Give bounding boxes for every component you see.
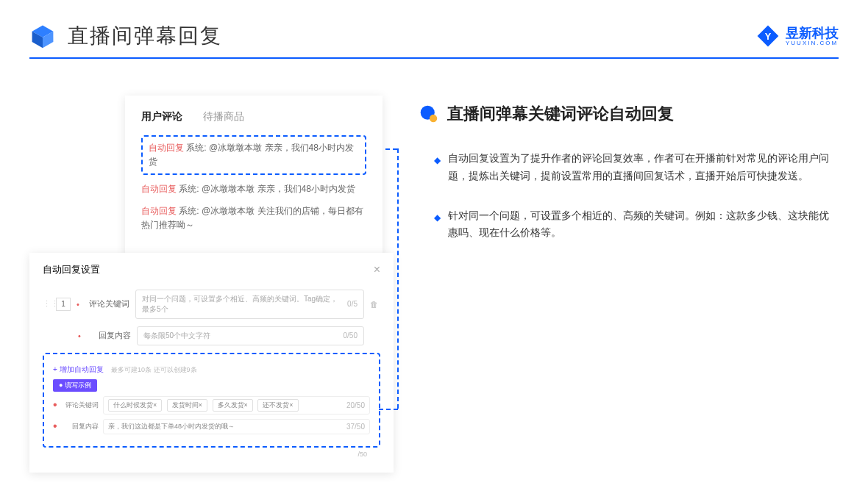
auto-reply-label: 自动回复 bbox=[149, 143, 184, 153]
cube-icon bbox=[29, 23, 56, 49]
brand-logo: Y 昱新科技 YUUXIN.COM bbox=[756, 24, 839, 48]
svg-point-6 bbox=[430, 115, 437, 122]
bullet-text: 自动回复设置为了提升作者的评论回复效率，作者可在开播前针对常见的评论用户问题，提… bbox=[448, 150, 839, 185]
keyword-row: ⋮⋮ 1 • 评论关键词 对同一个问题，可设置多个相近、高频的关键词。Tag确定… bbox=[43, 290, 380, 319]
header-divider bbox=[29, 57, 839, 59]
tabs: 用户评论 待播商品 bbox=[141, 110, 366, 123]
add-auto-reply-link[interactable]: + 增加自动回复 bbox=[53, 365, 104, 373]
diamond-icon: ◆ bbox=[434, 210, 441, 243]
keyword-placeholder: 对同一个问题，可设置多个相近、高频的关键词。Tag确定，最多5个 bbox=[142, 294, 343, 315]
brand-name: 昱新科技 bbox=[786, 26, 839, 40]
modal-header: 自动回复设置 × bbox=[43, 263, 380, 276]
bullet-item: ◆ 自动回复设置为了提升作者的评论回复效率，作者可在开播前针对常见的评论用户问题… bbox=[434, 150, 839, 185]
ex-ct-counter: 37/50 bbox=[346, 423, 365, 431]
drag-handle-icon[interactable]: ⋮⋮ bbox=[43, 299, 50, 309]
required-dot: • bbox=[78, 331, 84, 340]
brand-sub: YUUXIN.COM bbox=[786, 40, 839, 46]
required-dot: • bbox=[53, 398, 59, 412]
ex-content-input: 亲，我们这边都是下单48小时内发货的哦～ 37/50 bbox=[103, 419, 370, 434]
content-area: 用户评论 待播商品 自动回复 系统: @冰墩墩本墩 亲亲，我们48小时内发货 自… bbox=[0, 73, 868, 473]
required-dot: • bbox=[77, 300, 82, 309]
content-input[interactable]: 每条限50个中文字符 0/50 bbox=[137, 326, 364, 345]
connector-line bbox=[379, 409, 398, 410]
content-row: • 回复内容 每条限50个中文字符 0/50 bbox=[43, 326, 380, 345]
section-title: 直播间弹幕关键词评论自动回复 bbox=[447, 103, 674, 125]
header-left: 直播间弹幕回复 bbox=[29, 22, 222, 50]
brand-icon: Y bbox=[756, 24, 780, 48]
comment-row: 自动回复 系统: @冰墩墩本墩 亲亲，我们48小时内发货 bbox=[149, 141, 359, 169]
diamond-icon: ◆ bbox=[434, 153, 441, 185]
bullet-text: 针对同一个问题，可设置多个相近的、高频的关键词。例如：这款多少钱、这块能优惠吗、… bbox=[448, 207, 839, 243]
required-dot: • bbox=[53, 420, 59, 433]
tab-user-comments[interactable]: 用户评论 bbox=[141, 110, 182, 123]
bullet-item: ◆ 针对同一个问题，可设置多个相近的、高频的关键词。例如：这款多少钱、这块能优惠… bbox=[434, 207, 839, 243]
content-counter: 0/50 bbox=[344, 331, 357, 340]
tag: 什么时候发货× bbox=[108, 399, 162, 412]
connector-line bbox=[385, 148, 397, 150]
content-label: 回复内容 bbox=[90, 330, 131, 341]
highlighted-comment: 自动回复 系统: @冰墩墩本墩 亲亲，我们48小时内发货 bbox=[141, 135, 366, 175]
svg-text:Y: Y bbox=[765, 31, 772, 42]
tag: 发货时间× bbox=[167, 399, 207, 412]
comment-text: 系统: @冰墩墩本墩 亲亲，我们48小时内发货 bbox=[177, 184, 355, 194]
example-block: + 增加自动回复 最多可建10条 还可以创建9条 ● 填写示例 • 评论关键词 … bbox=[43, 353, 380, 448]
section-title-row: 直播间弹幕关键词评论自动回复 bbox=[419, 103, 839, 125]
ex-content-label: 回复内容 bbox=[63, 422, 99, 431]
index-box: 1 bbox=[56, 298, 71, 311]
example-badge: ● 填写示例 bbox=[53, 379, 97, 392]
settings-modal: 自动回复设置 × ⋮⋮ 1 • 评论关键词 对同一个问题，可设置多个相近、高频的… bbox=[29, 253, 394, 473]
keyword-label: 评论关键词 bbox=[88, 298, 129, 309]
ex-content-text: 亲，我们这边都是下单48小时内发货的哦～ bbox=[108, 422, 235, 431]
tab-pending-products[interactable]: 待播商品 bbox=[203, 110, 244, 123]
trail-counter: /50 bbox=[43, 451, 380, 458]
ex-keyword-label: 评论关键词 bbox=[63, 401, 99, 410]
example-keyword-row: • 评论关键词 什么时候发货× 发货时间× 多久发货× 还不发货× 20/50 bbox=[53, 396, 370, 415]
modal-title: 自动回复设置 bbox=[43, 263, 100, 276]
connector-line bbox=[397, 148, 399, 409]
page-header: 直播间弹幕回复 Y 昱新科技 YUUXIN.COM bbox=[0, 0, 868, 57]
comment-row: 自动回复 系统: @冰墩墩本墩 关注我们的店铺，每日都有热门推荐呦～ bbox=[141, 204, 366, 232]
tag: 还不发货× bbox=[257, 399, 298, 412]
comment-row: 自动回复 系统: @冰墩墩本墩 亲亲，我们48小时内发货 bbox=[141, 182, 366, 196]
ex-kw-counter: 20/50 bbox=[346, 401, 365, 409]
auto-reply-label: 自动回复 bbox=[141, 184, 177, 194]
left-column: 用户评论 待播商品 自动回复 系统: @冰墩墩本墩 亲亲，我们48小时内发货 自… bbox=[29, 96, 397, 473]
comments-card: 用户评论 待播商品 自动回复 系统: @冰墩墩本墩 亲亲，我们48小时内发货 自… bbox=[125, 96, 383, 257]
close-icon[interactable]: × bbox=[374, 263, 380, 276]
example-content-row: • 回复内容 亲，我们这边都是下单48小时内发货的哦～ 37/50 bbox=[53, 419, 370, 434]
add-hint: 最多可建10条 还可以创建9条 bbox=[111, 366, 197, 373]
chat-bubble-icon bbox=[419, 104, 438, 123]
trash-icon[interactable]: 🗑 bbox=[370, 300, 380, 309]
keyword-counter: 0/5 bbox=[347, 300, 357, 308]
right-column: 直播间弹幕关键词评论自动回复 ◆ 自动回复设置为了提升作者的评论回复效率，作者可… bbox=[419, 96, 839, 473]
bullet-list: ◆ 自动回复设置为了提升作者的评论回复效率，作者可在开播前针对常见的评论用户问题… bbox=[419, 143, 839, 242]
content-placeholder: 每条限50个中文字符 bbox=[143, 331, 210, 341]
keyword-input[interactable]: 对同一个问题，可设置多个相近、高频的关键词。Tag确定，最多5个 0/5 bbox=[135, 290, 364, 319]
modal-body: ⋮⋮ 1 • 评论关键词 对同一个问题，可设置多个相近、高频的关键词。Tag确定… bbox=[43, 290, 380, 458]
ex-keyword-input: 什么时候发货× 发货时间× 多久发货× 还不发货× 20/50 bbox=[103, 396, 370, 415]
auto-reply-label: 自动回复 bbox=[141, 206, 177, 216]
page-title: 直播间弹幕回复 bbox=[68, 22, 222, 50]
tag: 多久发货× bbox=[213, 399, 253, 412]
